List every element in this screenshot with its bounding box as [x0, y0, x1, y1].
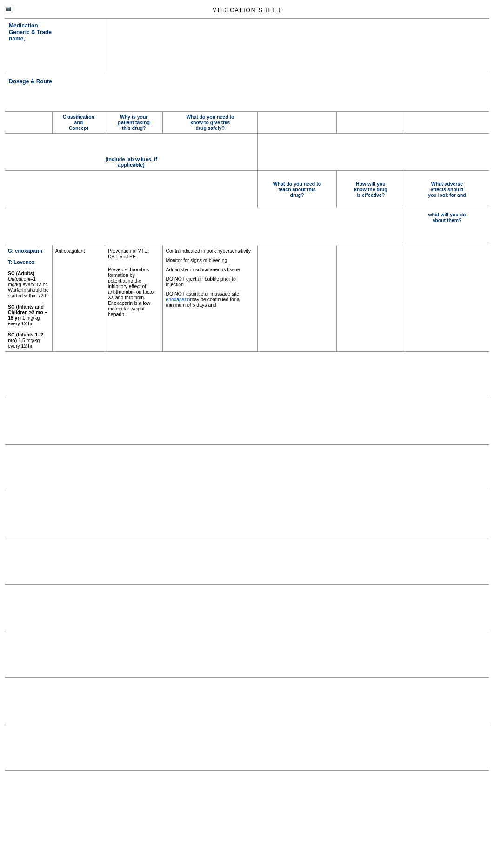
drug-data-row: G: enoxaparin T: Lovenox SC (Adults) Out…: [5, 245, 489, 352]
spacer-row-2: what will you do about them?: [5, 208, 489, 245]
safety-4: DO NOT eject air bubble prior to injecti…: [166, 276, 254, 287]
safety-3: Administer in subcutaneous tissue: [166, 267, 254, 272]
trade-name: T: Lovenox: [8, 259, 49, 265]
dosage-row: Dosage & Route: [5, 74, 489, 112]
classification-value: Anticoagulant: [55, 248, 102, 254]
col-header-why: Why is your patient taking this drug?: [105, 112, 162, 134]
col-header-adverse: What adverse effects should you look for…: [405, 171, 489, 208]
medication-label: Medication Generic & Trade name,: [9, 22, 101, 42]
safety-5: DO NOT aspirate or massage site enoxapar…: [166, 291, 254, 308]
empty-row-1: [5, 352, 489, 398]
lab-values-note: (include lab values, if applicable): [8, 156, 254, 168]
indication-value: Prevention of VTE, DVT, and PE: [108, 248, 160, 259]
teach-cell: [258, 245, 337, 352]
indication-cell: Prevention of VTE, DVT, and PE Prevents …: [105, 245, 162, 352]
empty-row-2: [5, 398, 489, 445]
main-table: Medication Generic & Trade name, Dosage …: [5, 18, 489, 771]
image-placeholder: 📷: [4, 4, 13, 13]
safety-1: Contraindicated in pork hypersensitivity: [166, 248, 254, 254]
col-header-adverse-action: what will you do about them?: [405, 208, 489, 245]
col-header-teach: What do you need to teach about this dru…: [258, 171, 337, 208]
generic-name: G: enoxaparin: [8, 248, 49, 254]
empty-row-4: [5, 491, 489, 538]
broken-image-icon: 📷: [6, 6, 11, 11]
empty-row-9: [5, 724, 489, 771]
page-container: 📷 MEDICATION SHEET Medication Generic & …: [0, 0, 494, 868]
classification-cell: Anticoagulant: [52, 245, 105, 352]
col-header-effective: How will you know the drug is effective?: [336, 171, 405, 208]
safety-cell: Contraindicated in pork hypersensitivity…: [163, 245, 258, 352]
empty-row-3: [5, 445, 489, 491]
page-title: MEDICATION SHEET: [5, 7, 489, 13]
col-header-classification: Classification and Concept: [52, 112, 105, 134]
empty-row-6: [5, 585, 489, 631]
empty-row-8: [5, 678, 489, 724]
dosage-infants-children: SC (Infants and Children ≥2 mo – 18 yr) …: [8, 304, 49, 326]
col-header-safety: What do you need to know to give this dr…: [163, 112, 258, 134]
dosage-route-label: Dosage & Route: [9, 78, 485, 85]
mechanism-value: Prevents thrombus formation by potentiat…: [108, 267, 160, 317]
col-headers-row-2: What do you need to teach about this dru…: [5, 171, 489, 208]
spacer-row-1: (include lab values, if applicable): [5, 134, 489, 171]
dosage-infants-1-2: SC (Infants 1–2 mo) 1.5 mg/kg every 12 h…: [8, 332, 49, 349]
effective-cell: [336, 245, 405, 352]
safety-2: Monitor for signs of bleeding: [166, 257, 254, 263]
top-label-row: Medication Generic & Trade name,: [5, 19, 489, 74]
dosage-adults: SC (Adults) Outpatient–1 mg/kg every 12 …: [8, 270, 49, 298]
empty-row-5: [5, 538, 489, 585]
empty-row-7: [5, 631, 489, 678]
adverse-cell: [405, 245, 489, 352]
col-headers-row-1: Classification and Concept Why is your p…: [5, 112, 489, 134]
